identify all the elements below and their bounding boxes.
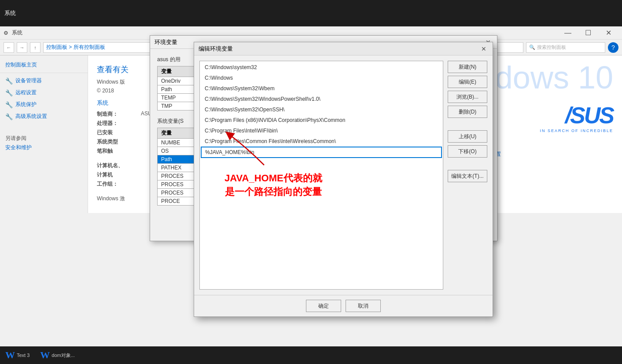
sidebar-label-protection: 系统保护 (15, 101, 37, 108)
system-title: 系统 (4, 9, 16, 17)
asus-slogan: IN SEARCH OF INCREDIBLE (540, 129, 613, 133)
minimize-button[interactable]: — (558, 26, 578, 40)
shield-icon-3: 🔧 (5, 101, 13, 108)
shield-icon-4: 🔧 (5, 113, 13, 120)
sidebar-label-advanced: 高级系统设置 (15, 113, 47, 120)
pen-touch-label: 笔和触 (97, 147, 141, 155)
computer-name-label2: 计算机 (97, 171, 141, 179)
sidebar-label-device-manager: 设备管理器 (15, 77, 42, 85)
sidebar-home-link[interactable]: 控制面板主页 (0, 59, 88, 71)
path-item[interactable]: C:\Program Files\Common Files\Intel\Wire… (201, 136, 442, 147)
also-refer-section: 另请参阅 安全和维护 (0, 131, 88, 157)
edit-dialog-titlebar: 编辑环境变量 ✕ (194, 42, 493, 55)
manufacturer-label: 制造商： (97, 110, 141, 118)
sidebar-item-advanced[interactable]: 🔧 高级系统设置 (0, 110, 88, 122)
workgroup-label: 工作组： (97, 180, 141, 188)
installed-label: 已安装 (97, 129, 141, 136)
path-item[interactable]: C:\Program Files (x86)\NVIDIA Corporatio… (201, 115, 442, 125)
path-item[interactable]: C:\Windows\System32\OpenSSH\ (201, 104, 442, 115)
breadcrumb-text: 控制面板 > 所有控制面板 (46, 44, 105, 51)
window-controls: — ☐ ✕ (558, 26, 618, 40)
taskbar-label-2: dom对象... (52, 352, 75, 359)
sidebar-item-remote[interactable]: 🔧 远程设置 (0, 87, 88, 99)
shield-icon-2: 🔧 (5, 89, 13, 96)
computer-name-label: 计算机名、 (97, 162, 141, 169)
word-icon-1: W (5, 349, 15, 361)
path-list: C:\Windows\system32C:\WindowsC:\Windows\… (199, 61, 443, 290)
edit-env-dialog: 编辑环境变量 ✕ C:\Windows\system32C:\WindowsC:… (194, 42, 493, 317)
shield-icon-1: 🔧 (5, 77, 13, 85)
new-path-button[interactable]: 新建(N) (448, 61, 487, 73)
security-link[interactable]: 安全和维护 (5, 142, 82, 153)
sidebar-label-remote: 远程设置 (15, 89, 37, 96)
security-label: 安全和维护 (5, 144, 32, 151)
sys-type-label: 系统类型 (97, 138, 141, 146)
move-up-button[interactable]: 上移(U) (448, 130, 487, 143)
path-item[interactable]: C:\Program Files\Intel\WiFi\bin\ (201, 125, 442, 136)
edit-dialog-footer: 确定 取消 (194, 295, 493, 316)
taskbar: W Text 3 W dom对象... (0, 346, 622, 364)
browse-button[interactable]: 浏览(B)... (448, 91, 487, 103)
sidebar-item-protection[interactable]: 🔧 系统保护 (0, 99, 88, 110)
sidebar-item-device-manager[interactable]: 🔧 设备管理器 (0, 75, 88, 87)
top-bar: 系统 (0, 0, 622, 26)
asus-logo: /SUS (565, 102, 613, 129)
search-box[interactable]: 🔍 搜索控制面板 (526, 42, 605, 53)
back-button[interactable]: ← (4, 42, 14, 53)
path-item[interactable]: %JAVA_HOME%\bin (201, 147, 442, 158)
edit-dialog-close[interactable]: ✕ (479, 44, 488, 53)
edit-cancel-button[interactable]: 取消 (346, 300, 381, 312)
move-down-button[interactable]: 下移(O) (448, 145, 487, 158)
sidebar-home-label: 控制面板主页 (5, 61, 37, 69)
also-refer-title: 另请参阅 (5, 135, 82, 142)
desktop: 系统 ⚙ 系统 — ☐ ✕ ← → ↑ 控制面板 > 所有控制面板 🔍 (0, 0, 622, 364)
system-icon: ⚙ (4, 30, 8, 36)
edit-ok-button[interactable]: 确定 (306, 300, 341, 312)
win-activation-label: Windows 激 (97, 195, 125, 202)
processor-label: 处理器： (97, 120, 141, 127)
path-item[interactable]: C:\Windows (201, 73, 442, 83)
word-icon-2: W (40, 349, 50, 361)
forward-button[interactable]: → (17, 42, 27, 53)
edit-dialog-body: C:\Windows\system32C:\WindowsC:\Windows\… (194, 55, 493, 295)
edit-right-buttons: 新建(N) 编辑(E) 浏览(B)... 删除(D) 上移(U) 下移(O) 编… (448, 61, 487, 290)
path-item[interactable]: C:\Windows\System32\Wbem (201, 83, 442, 94)
search-placeholder: 搜索控制面板 (537, 44, 566, 51)
env-dialog-title: 环境变量 (155, 38, 177, 46)
edit-path-button[interactable]: 编辑(E) (448, 76, 487, 88)
taskbar-item-word2[interactable]: W dom对象... (35, 346, 80, 364)
close-button[interactable]: ✕ (598, 26, 618, 40)
taskbar-label-1: Text 3 (17, 353, 29, 358)
edit-dialog-title: 编辑环境变量 (199, 45, 233, 53)
search-icon: 🔍 (529, 44, 535, 50)
help-button[interactable]: ? (608, 42, 618, 53)
up-button[interactable]: ↑ (30, 42, 40, 53)
sidebar: 控制面板主页 🔧 设备管理器 🔧 远程设置 🔧 系统保护 🔧 高级系统 (0, 55, 88, 213)
taskbar-item-word1[interactable]: W Text 3 (0, 346, 35, 364)
edit-text-button[interactable]: 编辑文本(T)... (448, 170, 487, 182)
cp-window-title: 系统 (12, 29, 22, 37)
delete-button[interactable]: 删除(D) (448, 106, 487, 118)
path-item[interactable]: C:\Windows\system32 (201, 62, 442, 73)
path-item[interactable]: C:\Windows\System32\WindowsPowerShell\v1… (201, 94, 442, 104)
maximize-button[interactable]: ☐ (578, 26, 598, 40)
